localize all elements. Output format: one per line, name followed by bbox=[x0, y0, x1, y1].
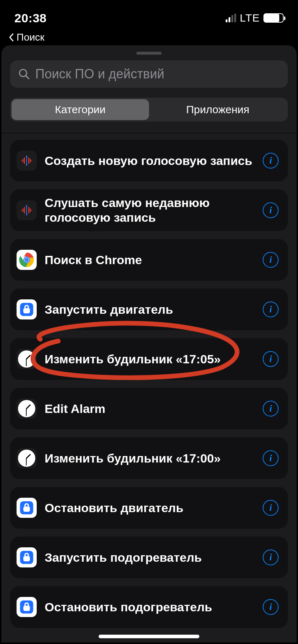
svg-rect-27 bbox=[23, 506, 30, 512]
chrome-icon bbox=[17, 250, 37, 270]
voice-memos-icon bbox=[17, 151, 37, 171]
back-to-app[interactable]: Поиск bbox=[0, 32, 298, 45]
action-row[interactable]: Остановить подогревательi bbox=[10, 586, 288, 628]
svg-point-23 bbox=[24, 258, 29, 262]
chevron-left-icon bbox=[8, 33, 14, 42]
info-button[interactable]: i bbox=[263, 599, 279, 615]
search-input[interactable] bbox=[35, 66, 280, 82]
segment-categories-label: Категории bbox=[55, 104, 106, 116]
lock-icon bbox=[17, 547, 37, 567]
info-button[interactable]: i bbox=[263, 401, 279, 417]
action-row[interactable]: Остановить двигательi bbox=[10, 487, 288, 529]
back-to-app-label: Поиск bbox=[17, 32, 45, 43]
svg-rect-29 bbox=[23, 556, 30, 561]
action-label: Запустить двигатель bbox=[45, 302, 255, 317]
lock-icon bbox=[17, 299, 37, 319]
action-label: Слушать самую недавнюю голосовую запись bbox=[45, 196, 255, 225]
action-label: Изменить будильник «17:05» bbox=[45, 352, 255, 367]
cellular-signal-icon bbox=[226, 14, 236, 22]
svg-point-9 bbox=[26, 156, 27, 157]
lock-icon bbox=[17, 498, 37, 518]
action-label: Edit Alarm bbox=[45, 401, 255, 416]
action-row[interactable]: Edit Alarmi bbox=[10, 388, 288, 429]
info-button[interactable]: i bbox=[263, 252, 279, 268]
network-type: LTE bbox=[240, 12, 260, 24]
action-row[interactable]: Изменить будильник «17:00»i bbox=[10, 437, 288, 479]
status-bar: 20:38 LTE bbox=[0, 0, 298, 32]
sheet-grabber[interactable] bbox=[136, 52, 162, 55]
clock-icon bbox=[17, 448, 37, 468]
actions-sheet: Категории Приложения Создать новую голос… bbox=[1, 45, 297, 643]
info-button[interactable]: i bbox=[263, 549, 279, 565]
info-button[interactable]: i bbox=[263, 351, 279, 367]
action-label: Запустить подогреватель bbox=[45, 550, 255, 565]
action-label: Создать новую голосовую запись bbox=[45, 153, 255, 168]
svg-rect-31 bbox=[23, 606, 30, 611]
voice-memos-icon bbox=[17, 200, 37, 220]
action-row[interactable]: Запустить подогревательi bbox=[10, 537, 288, 578]
action-row[interactable]: Слушать самую недавнюю голосовую записьi bbox=[10, 189, 288, 231]
info-button[interactable]: i bbox=[263, 302, 279, 317]
action-row[interactable]: Поиск в Chromei bbox=[10, 239, 288, 281]
info-button[interactable]: i bbox=[263, 202, 279, 218]
svg-rect-25 bbox=[23, 308, 30, 313]
clock-icon bbox=[17, 349, 37, 369]
home-indicator[interactable] bbox=[99, 635, 199, 638]
action-row[interactable]: Запустить двигательi bbox=[10, 289, 288, 330]
actions-list: Создать новую голосовую записьi Слушать … bbox=[1, 133, 297, 634]
segment-apps-label: Приложения bbox=[186, 104, 249, 116]
clock-icon bbox=[17, 399, 37, 419]
segment-categories[interactable]: Категории bbox=[12, 99, 149, 120]
svg-point-10 bbox=[26, 164, 27, 166]
svg-point-19 bbox=[26, 214, 27, 215]
action-label: Изменить будильник «17:00» bbox=[45, 451, 255, 466]
status-time: 20:38 bbox=[14, 11, 46, 25]
segment-apps[interactable]: Приложения bbox=[149, 99, 286, 120]
info-button[interactable]: i bbox=[263, 153, 279, 169]
search-field[interactable] bbox=[10, 60, 288, 88]
action-label: Остановить подогреватель bbox=[45, 600, 255, 615]
segmented-control: Категории Приложения bbox=[10, 98, 288, 121]
lock-icon bbox=[17, 597, 37, 617]
battery-icon bbox=[263, 13, 284, 23]
info-button[interactable]: i bbox=[263, 450, 279, 466]
svg-point-18 bbox=[26, 205, 27, 207]
info-button[interactable]: i bbox=[263, 500, 279, 516]
action-label: Поиск в Chrome bbox=[45, 253, 255, 267]
action-row[interactable]: Создать новую голосовую записьi bbox=[10, 140, 288, 181]
action-label: Остановить двигатель bbox=[45, 501, 255, 515]
status-right: LTE bbox=[226, 12, 284, 24]
action-row[interactable]: Изменить будильник «17:05»i bbox=[10, 338, 288, 380]
search-icon bbox=[18, 68, 30, 80]
svg-line-1 bbox=[26, 76, 29, 79]
